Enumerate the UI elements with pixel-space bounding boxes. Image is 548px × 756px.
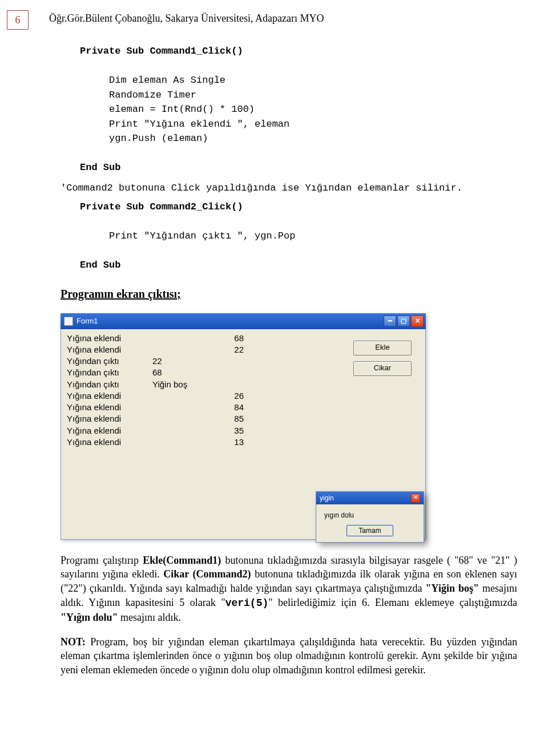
output-row: Yığına eklendi26 xyxy=(67,390,420,402)
message-dialog: yigin ✕ yıgın dolu Tamam xyxy=(316,491,424,543)
dialog-ok-button[interactable]: Tamam xyxy=(346,525,393,536)
text-bold: NOT: xyxy=(61,636,86,648)
text: mesajını aldık. xyxy=(118,612,181,623)
out-mid: 68 xyxy=(152,367,209,378)
window-titlebar: Form1 ━ ▢ ✕ xyxy=(61,313,426,329)
program-output-screenshot: Form1 ━ ▢ ✕ Yığına eklendi68 Yığına ekle… xyxy=(61,313,426,540)
ekle-button[interactable]: Ekle xyxy=(353,341,412,355)
out-val xyxy=(209,379,244,390)
form-icon xyxy=(64,317,73,326)
out-label: Yığına eklendi xyxy=(67,413,152,425)
maximize-button[interactable]: ▢ xyxy=(397,316,410,327)
out-mid: Yiğin boş xyxy=(152,379,209,390)
code-line: ygn.Push (eleman) xyxy=(109,133,208,144)
code-block-1: Private Sub Command1_Click() Dim eleman … xyxy=(80,44,508,175)
output-row: Yığına eklendi35 xyxy=(67,425,420,436)
code-line: Dim eleman As Single xyxy=(109,75,225,86)
out-label: Yığına eklendi xyxy=(67,425,152,436)
minimize-button[interactable]: ━ xyxy=(384,316,396,327)
out-label: Yığından çıktı xyxy=(67,379,152,390)
out-label: Yığından çıktı xyxy=(67,355,152,367)
paragraph-1: Programı çalıştırıp Ekle(Command1) buton… xyxy=(61,553,517,625)
text: Program, boş bir yığından eleman çıkartı… xyxy=(61,636,517,676)
code-signature: Private Sub Command1_Click() xyxy=(80,46,243,56)
form-body: Yığına eklendi68 Yığına eklendi22 Yığınd… xyxy=(61,329,426,540)
code-block-2: Private Sub Command2_Click() Print "Yığı… xyxy=(80,200,508,273)
out-label: Yığına eklendi xyxy=(67,402,152,413)
code-line: Print "Yığına eklendi ", eleman xyxy=(109,119,289,130)
out-label: Yığına eklendi xyxy=(67,436,152,448)
out-label: Yığına eklendi xyxy=(67,390,152,402)
close-button[interactable]: ✕ xyxy=(411,316,424,327)
dialog-close-button[interactable]: ✕ xyxy=(411,494,420,503)
dialog-message: yıgın dolu xyxy=(322,511,418,519)
out-label: Yığına eklendi xyxy=(67,344,152,355)
dialog-body: yıgın dolu Tamam xyxy=(316,504,424,542)
code-line: eleman = Int(Rnd() * 100) xyxy=(109,104,255,115)
paragraph-2: NOT: Program, boş bir yığından eleman çı… xyxy=(61,635,517,677)
out-mid: 22 xyxy=(152,355,209,367)
out-mid xyxy=(152,425,209,436)
code-line: Randomize Timer xyxy=(109,90,196,100)
code-end: End Sub xyxy=(80,260,120,270)
code-line: Print "Yığından çıktı ", ygn.Pop xyxy=(109,231,295,241)
output-row: Yığına eklendi85 xyxy=(67,413,420,425)
out-val: 13 xyxy=(209,436,244,448)
out-label: Yığından çıktı xyxy=(67,367,152,378)
text-bold: "Yiğin boş" xyxy=(426,583,479,594)
out-val: 84 xyxy=(209,402,244,413)
out-mid xyxy=(152,390,209,402)
code-comment: 'Command2 butonuna Click yapıldığında is… xyxy=(61,181,508,196)
dialog-title-text: yigin xyxy=(320,494,334,502)
out-val: 68 xyxy=(209,333,244,344)
out-mid xyxy=(152,436,209,448)
output-row: Yığına eklendi13 xyxy=(67,436,420,448)
cikar-button[interactable]: Cikar xyxy=(353,361,412,376)
output-row: Yığına eklendi84 xyxy=(67,402,420,413)
window-title: Form1 xyxy=(76,317,384,325)
out-mid xyxy=(152,344,209,355)
out-mid xyxy=(152,333,209,344)
section-heading: Programın ekran çıktısı; xyxy=(61,288,508,301)
out-val xyxy=(209,355,244,367)
dialog-titlebar: yigin ✕ xyxy=(316,492,424,504)
out-label: Yığına eklendi xyxy=(67,333,152,344)
code-end: End Sub xyxy=(80,162,120,173)
text-bold: "Yığın dolu" xyxy=(61,612,118,623)
text: " belirlediğimiz için 6. Elemanı eklemey… xyxy=(268,597,517,608)
out-val: 26 xyxy=(209,390,244,402)
text-bold: Cikar (Command2) xyxy=(163,568,251,580)
document-header: Öğr.Gör.Bülent Çobanoğlu, Sakarya Üniver… xyxy=(49,13,508,25)
window-buttons: ━ ▢ ✕ xyxy=(384,316,424,327)
out-mid xyxy=(152,402,209,413)
out-mid xyxy=(152,413,209,425)
code-signature: Private Sub Command2_Click() xyxy=(80,201,243,212)
page-number: 6 xyxy=(7,10,29,30)
output-row: Yığından çıktıYiğin boş xyxy=(67,379,420,390)
out-val: 22 xyxy=(209,344,244,355)
out-val xyxy=(209,367,244,378)
text-mono: veri(5) xyxy=(225,597,269,609)
out-val: 35 xyxy=(209,425,244,436)
text: Programı çalıştırıp xyxy=(61,555,143,566)
out-val: 85 xyxy=(209,413,244,425)
text-bold: Ekle(Command1) xyxy=(143,555,221,566)
